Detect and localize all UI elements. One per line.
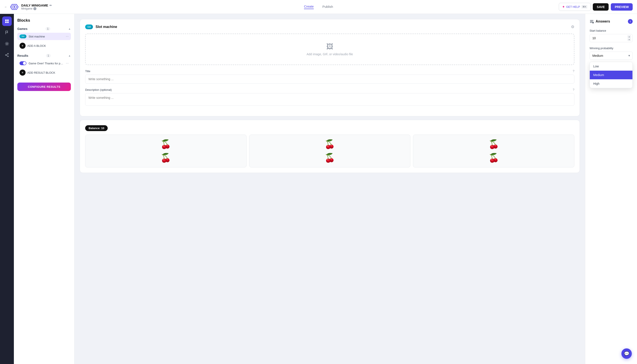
slot-machine-more-btn[interactable]: ··· <box>66 34 69 38</box>
result-item-more-btn[interactable]: ··· <box>66 61 69 65</box>
subtitle-info-icon[interactable]: i <box>33 7 36 10</box>
svg-rect-5 <box>5 22 7 23</box>
gear-icon <box>5 42 9 46</box>
slot-machine-card: SM Slot machine ⚙ 🖼 Add image, GIF, or v… <box>80 19 580 116</box>
flag-icon <box>5 30 9 35</box>
main-content: SM Slot machine ⚙ 🖼 Add image, GIF, or v… <box>74 14 585 364</box>
slot-machine-block-item[interactable]: SM Slot machine ··· <box>17 33 71 40</box>
spinner-up-btn[interactable]: ▲ <box>628 35 631 38</box>
answers-icon <box>590 19 594 24</box>
svg-marker-2 <box>13 6 16 8</box>
sidebar-item-grid[interactable] <box>2 16 12 26</box>
page-title: DAILY MINIGAME ✏ <box>21 4 52 7</box>
card-header: SM Slot machine ⚙ <box>85 24 574 29</box>
results-section-badge: 1 <box>46 54 51 58</box>
slot-col-1: 🍒 🍒 <box>85 134 246 168</box>
chat-bubble-button[interactable]: 💬 <box>622 348 632 359</box>
add-block-label: ADD A BLOCK <box>27 44 46 48</box>
games-section-badge: 1 <box>46 27 50 30</box>
winning-probability-label: Winning probability <box>590 46 633 50</box>
svg-point-9 <box>8 56 8 57</box>
edit-title-icon[interactable]: ✏ <box>50 4 52 7</box>
icon-sidebar <box>0 14 14 364</box>
add-block-circle-icon: + <box>20 43 26 49</box>
back-button[interactable]: ← <box>4 5 7 9</box>
result-block-item[interactable]: Game Over! Thanks for playin... ··· <box>17 60 71 67</box>
topnav-left: ← DAILY MINIGAME ✏ Minigame i <box>4 2 300 11</box>
games-section-title: Games <box>17 27 28 30</box>
tab-create[interactable]: Create <box>304 4 314 9</box>
start-balance-input[interactable] <box>590 34 633 42</box>
description-help-icon[interactable]: ? <box>573 88 574 92</box>
results-section-title: Results <box>17 54 28 58</box>
dropdown-item-high[interactable]: High <box>590 79 632 88</box>
winning-probability-row: Winning probability Low Medium High ▼ Lo… <box>590 46 633 60</box>
svg-point-7 <box>6 43 8 44</box>
slot-grid: 🍒 🍒 🍒 🍒 🍒 🍒 <box>85 134 574 168</box>
svg-rect-4 <box>7 20 9 21</box>
title-help-icon[interactable]: ? <box>573 69 574 73</box>
add-result-block-button[interactable]: + ADD RESULT BLOCK <box>17 68 71 77</box>
topnav-center: Create Publish <box>304 4 333 9</box>
save-button[interactable]: SAVE <box>593 3 608 10</box>
shortcut-badge: ⌘K <box>581 5 588 9</box>
panel-info-button[interactable]: i <box>628 19 633 24</box>
title-field-label: Title ? <box>85 69 574 73</box>
right-panel: Answers i Start balance ▲ ▼ Winning prob… <box>585 14 637 364</box>
sidebar-item-share[interactable] <box>2 50 12 60</box>
topnav-right: ✦ GET HELP ⌘K SAVE PREVIEW <box>336 3 633 11</box>
sidebar-item-settings[interactable] <box>2 39 12 48</box>
right-panel-header: Answers i <box>590 19 633 24</box>
svg-rect-6 <box>7 22 9 23</box>
balance-badge: Balance: 10 <box>85 125 108 131</box>
slot-machine-icon: SM <box>20 34 26 38</box>
dropdown-item-low[interactable]: Low <box>590 62 632 71</box>
right-panel-title: Answers <box>596 20 626 24</box>
description-field-row: Description (optional) ? <box>85 88 574 106</box>
games-collapse-btn[interactable]: ▲ <box>68 27 71 30</box>
dropdown-item-medium[interactable]: Medium <box>590 71 632 79</box>
start-balance-row: Start balance ▲ ▼ <box>590 29 633 42</box>
preview-button[interactable]: PREVIEW <box>611 3 633 10</box>
slot-machine-label: Slot machine <box>28 35 64 38</box>
add-result-circle-icon: + <box>20 70 26 76</box>
start-balance-label: Start balance <box>590 29 633 32</box>
get-help-button[interactable]: ✦ GET HELP ⌘K <box>559 3 591 11</box>
winning-probability-select[interactable]: Low Medium High <box>590 52 633 60</box>
svg-point-10 <box>6 54 6 56</box>
configure-results-button[interactable]: CONFIGURE RESULTS <box>17 82 71 91</box>
card-settings-icon[interactable]: ⚙ <box>571 24 574 29</box>
slot-col-3: 🍒 🍒 <box>413 134 574 168</box>
description-input[interactable] <box>85 93 574 106</box>
winning-probability-select-wrapper: Low Medium High ▼ <box>590 52 633 60</box>
sidebar-item-flag[interactable] <box>2 28 12 37</box>
grid-icon <box>5 19 9 24</box>
results-collapse-btn[interactable]: ▲ <box>68 54 71 57</box>
blocks-panel-title: Blocks <box>17 18 71 23</box>
title-input[interactable] <box>85 74 574 84</box>
number-spinners: ▲ ▼ <box>628 35 631 41</box>
cherry-4: 🍒 <box>324 153 335 163</box>
tab-publish[interactable]: Publish <box>322 5 333 9</box>
spinner-down-btn[interactable]: ▼ <box>628 38 631 41</box>
card-header-title: Slot machine <box>96 25 568 29</box>
page-subtitle: Minigame i <box>21 7 52 10</box>
media-upload-area[interactable]: 🖼 Add image, GIF, or video/audio file <box>85 34 574 65</box>
games-section-header: Games 1 ▲ <box>17 27 71 30</box>
result-item-label: Game Over! Thanks for playin... <box>28 62 64 65</box>
result-toggle[interactable] <box>20 61 26 65</box>
chat-bubble-icon: 💬 <box>624 351 630 356</box>
cherry-5: 🍒 <box>488 139 499 149</box>
add-block-button[interactable]: + ADD A BLOCK <box>17 41 71 50</box>
cherry-2: 🍒 <box>160 153 171 163</box>
description-field-label: Description (optional) ? <box>85 88 574 92</box>
cherry-6: 🍒 <box>488 153 499 163</box>
page-title-group: DAILY MINIGAME ✏ Minigame i <box>21 4 52 10</box>
media-placeholder-icon: 🖼 <box>94 43 565 51</box>
topnav: ← DAILY MINIGAME ✏ Minigame i Create Pub… <box>0 0 637 14</box>
results-section-header: Results 1 ▲ <box>17 54 71 58</box>
start-balance-input-wrapper: ▲ ▼ <box>590 34 633 42</box>
svg-point-8 <box>8 53 8 54</box>
cherry-3: 🍒 <box>324 139 335 149</box>
probability-dropdown-menu: Low Medium High <box>590 62 633 88</box>
